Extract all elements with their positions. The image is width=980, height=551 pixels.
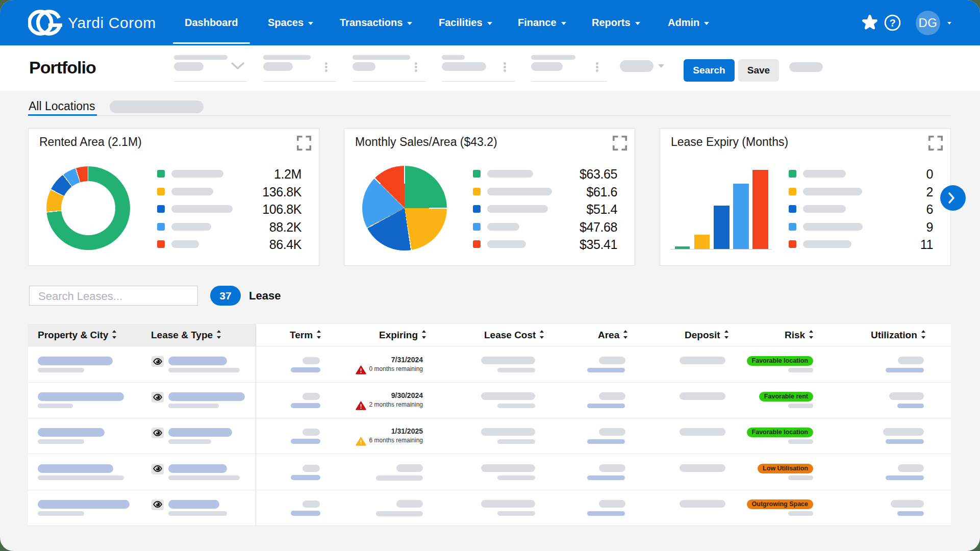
svg-text:?: ? [889, 17, 895, 29]
